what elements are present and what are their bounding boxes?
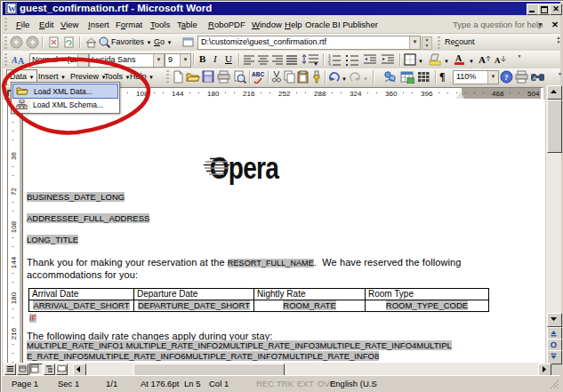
svg-text:▼: ▼ <box>313 61 318 66</box>
svg-text:A: A <box>479 54 486 65</box>
svg-text:▼: ▼ <box>342 76 347 82</box>
svg-text:A: A <box>18 56 25 66</box>
svg-text:W: W <box>8 4 16 13</box>
svg-text:A: A <box>495 56 501 65</box>
svg-text:A: A <box>12 55 18 65</box>
svg-text:?: ? <box>504 73 509 82</box>
svg-text:▼: ▼ <box>363 76 368 82</box>
svg-text:3: 3 <box>328 62 331 66</box>
svg-text:▼: ▼ <box>469 59 474 64</box>
svg-text:A: A <box>455 53 462 63</box>
svg-text:A: A <box>533 76 536 81</box>
svg-text:ABC: ABC <box>252 71 264 77</box>
svg-text:▼: ▼ <box>444 59 449 64</box>
svg-text:▼: ▼ <box>418 59 423 64</box>
